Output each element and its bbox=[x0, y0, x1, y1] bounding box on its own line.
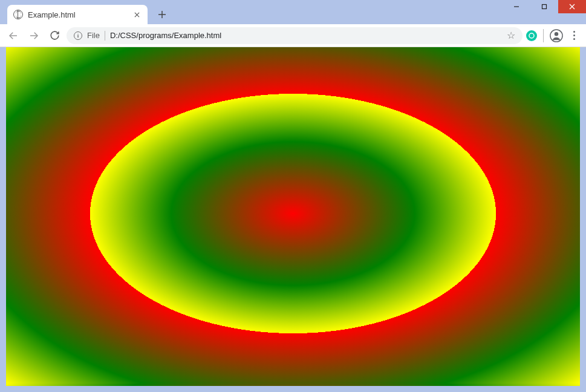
scheme-label: File bbox=[87, 31, 100, 40]
profile-avatar-icon[interactable] bbox=[550, 29, 563, 42]
menu-button[interactable] bbox=[567, 28, 581, 43]
url-text: D:/CSS/programs/Example.html bbox=[110, 31, 502, 40]
svg-rect-1 bbox=[542, 5, 547, 9]
globe-icon bbox=[13, 10, 23, 19]
bookmark-star-icon[interactable]: ☆ bbox=[507, 30, 515, 41]
address-bar[interactable]: i File D:/CSS/programs/Example.html ☆ bbox=[67, 27, 523, 44]
divider bbox=[105, 31, 105, 41]
browser-toolbar: i File D:/CSS/programs/Example.html ☆ bbox=[0, 24, 586, 47]
forward-button[interactable] bbox=[25, 27, 42, 44]
tab-title: Example.html bbox=[28, 10, 127, 19]
page-viewport bbox=[6, 47, 580, 386]
browser-tab[interactable]: Example.html bbox=[7, 5, 148, 24]
tab-strip: Example.html bbox=[0, 0, 586, 24]
close-window-button[interactable] bbox=[558, 0, 586, 13]
svg-point-10 bbox=[529, 33, 534, 38]
svg-point-12 bbox=[555, 32, 558, 36]
minimize-button[interactable] bbox=[503, 0, 530, 13]
maximize-button[interactable] bbox=[530, 0, 558, 13]
new-tab-button[interactable] bbox=[154, 6, 171, 23]
toolbar-divider bbox=[543, 29, 544, 42]
window-controls bbox=[503, 0, 586, 15]
info-icon[interactable]: i bbox=[74, 31, 82, 40]
reload-button[interactable] bbox=[46, 27, 63, 44]
tab-close-button[interactable] bbox=[132, 10, 142, 19]
extension-icon[interactable] bbox=[526, 30, 537, 41]
back-button[interactable] bbox=[5, 27, 22, 44]
